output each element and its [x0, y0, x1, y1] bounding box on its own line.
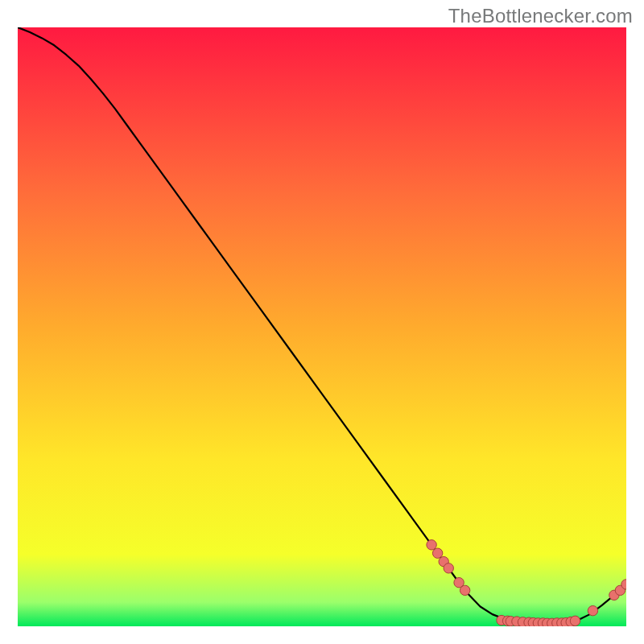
- curve-marker: [588, 605, 597, 615]
- curve-marker: [427, 540, 436, 550]
- watermark-text: TheBottlenecker.com: [448, 5, 633, 27]
- curve-marker: [444, 564, 453, 573]
- chart-stage: TheBottlenecker.com: [0, 0, 644, 644]
- curve-marker: [432, 548, 442, 558]
- curve-marker: [460, 585, 469, 595]
- gradient-background: [18, 27, 626, 626]
- curve-marker: [570, 616, 580, 625]
- chart-svg: [18, 27, 626, 626]
- plot-area: [18, 27, 626, 626]
